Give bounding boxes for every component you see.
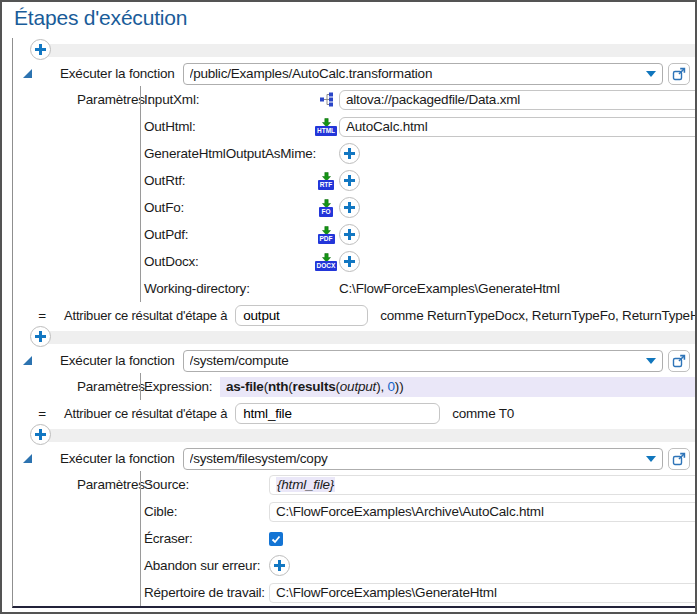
- add-value-button[interactable]: [339, 251, 360, 272]
- param-name: Cible:: [144, 504, 269, 519]
- xml-tree-icon: [313, 92, 339, 107]
- external-link-icon: [672, 452, 686, 466]
- param-row-expression: Expression: as-file(nth(results(output),…: [144, 373, 697, 400]
- param-row-working-directory: Working-directory: C:\FlowForceExamples\…: [144, 275, 697, 302]
- expression-token: results: [293, 379, 336, 394]
- rtf-file-icon: RTF: [313, 172, 339, 190]
- expression-token: as-file: [226, 379, 264, 394]
- step-3-header: Exécuter la fonction /system/filesystem/…: [13, 446, 697, 471]
- plus-icon: [35, 331, 46, 342]
- step-3-params-table: Source: {html_file} Cible: Écraser:: [140, 471, 697, 606]
- insert-band: [41, 44, 697, 57]
- expression-token: 0: [388, 379, 395, 394]
- steps-panel: Exécuter la fonction /public/Examples/Au…: [12, 38, 697, 608]
- insert-step-row: [13, 328, 697, 346]
- insert-step-row: [13, 426, 697, 444]
- step-1-params-table: InputXml: OutHtml:: [140, 86, 697, 302]
- plus-icon: [344, 229, 355, 240]
- param-name: Source:: [144, 477, 269, 492]
- file-type-badge: PDF: [318, 234, 335, 244]
- param-row-outhtml: OutHtml: HTML: [144, 113, 697, 140]
- assign-result-row: = Attribuer ce résultat d'étape à comme …: [13, 400, 697, 426]
- collapse-step-icon[interactable]: [23, 454, 32, 463]
- file-type-badge: FO: [319, 207, 332, 217]
- step-2-params: Paramètres : Expression: as-file(nth(res…: [77, 373, 697, 400]
- param-name: Écraser:: [144, 531, 269, 546]
- expression-field[interactable]: as-file(nth(results(output), 0)): [220, 377, 697, 397]
- param-name: OutHtml:: [144, 119, 313, 134]
- result-name-input[interactable]: [235, 305, 368, 326]
- step-1-params: Paramètres : InputXml:: [77, 86, 697, 302]
- execute-function-label: Exécuter la fonction: [60, 451, 175, 466]
- repertoire-input[interactable]: [269, 583, 697, 603]
- plus-icon: [35, 44, 46, 55]
- execution-steps-page: Étapes d'exécution Exécuter la fonction …: [0, 0, 697, 614]
- param-name: Abandon sur erreur:: [144, 558, 269, 573]
- param-row-cible: Cible:: [144, 498, 697, 525]
- open-function-button[interactable]: [668, 63, 690, 85]
- ecraser-checkbox[interactable]: [269, 532, 283, 546]
- add-value-button[interactable]: [339, 143, 360, 164]
- function-path: /public/Examples/AutoCalc.transformation: [190, 66, 642, 81]
- param-name: OutDocx:: [144, 254, 313, 269]
- pdf-file-icon: PDF: [313, 226, 339, 244]
- result-name-input[interactable]: [235, 403, 440, 424]
- source-field[interactable]: {html_file}: [269, 475, 697, 495]
- result-type-text: comme ReturnTypeDocx, ReturnTypeFo, Retu…: [380, 308, 697, 323]
- param-name: OutRtf:: [144, 173, 313, 188]
- insert-band: [41, 429, 697, 442]
- expression-token: nth: [268, 379, 288, 394]
- open-function-button[interactable]: [668, 448, 690, 470]
- param-row-outdocx: OutDocx: DOCX: [144, 248, 697, 275]
- step-2-params-table: Expression: as-file(nth(results(output),…: [140, 373, 697, 400]
- param-row-outfo: OutFo: FO: [144, 194, 697, 221]
- function-select[interactable]: /system/compute: [183, 350, 663, 372]
- docx-file-icon: DOCX: [313, 253, 339, 271]
- collapse-step-icon[interactable]: [23, 69, 32, 78]
- add-step-button[interactable]: [30, 39, 51, 60]
- file-type-badge: RTF: [318, 180, 335, 190]
- function-select[interactable]: /system/filesystem/copy: [183, 448, 663, 470]
- param-name: Expression:: [144, 379, 220, 394]
- param-row-repertoire-de-travail: Répertoire de travail:: [144, 579, 697, 606]
- execute-function-label: Exécuter la fonction: [60, 66, 175, 81]
- open-function-button[interactable]: [668, 350, 690, 372]
- page-title: Étapes d'exécution: [14, 6, 187, 30]
- expression-token: ),: [376, 379, 387, 394]
- add-value-button[interactable]: [339, 170, 360, 191]
- expression-token: )): [395, 379, 404, 394]
- params-label: Paramètres :: [77, 471, 140, 606]
- add-step-button[interactable]: [30, 326, 51, 347]
- param-row-outrtf: OutRtf: RTF: [144, 167, 697, 194]
- inputxml-input[interactable]: [339, 90, 697, 110]
- external-link-icon: [672, 354, 686, 368]
- params-label: Paramètres :: [77, 86, 140, 302]
- fo-file-icon: FO: [313, 199, 339, 217]
- file-type-badge: HTML: [315, 126, 337, 136]
- function-path: /system/filesystem/copy: [190, 451, 642, 466]
- cible-input[interactable]: [269, 502, 697, 522]
- insert-step-row: [13, 41, 697, 59]
- add-value-button[interactable]: [339, 224, 360, 245]
- function-select[interactable]: /public/Examples/AutoCalc.transformation: [183, 63, 663, 85]
- external-link-icon: [672, 67, 686, 81]
- dropdown-arrow-icon: [646, 358, 656, 364]
- param-row-outpdf: OutPdf: PDF: [144, 221, 697, 248]
- param-row-generatehtmloutputasmime: GenerateHtmlOutputAsMime:: [144, 140, 697, 167]
- add-value-button[interactable]: [269, 555, 290, 576]
- param-row-abandon-sur-erreur: Abandon sur erreur:: [144, 552, 697, 579]
- plus-icon: [344, 256, 355, 267]
- add-value-button[interactable]: [339, 197, 360, 218]
- assign-label: Attribuer ce résultat d'étape à: [64, 308, 227, 323]
- working-directory-value: C:\FlowForceExamples\GenerateHtml: [339, 281, 560, 296]
- param-name: Working-directory:: [144, 281, 313, 296]
- assign-result-row: = Attribuer ce résultat d'étape à comme …: [13, 302, 697, 328]
- assign-label: Attribuer ce résultat d'étape à: [64, 406, 227, 421]
- outhtml-input[interactable]: [339, 117, 697, 137]
- add-step-button[interactable]: [30, 424, 51, 445]
- param-name: Répertoire de travail:: [144, 585, 269, 600]
- param-name: OutFo:: [144, 200, 313, 215]
- collapse-step-icon[interactable]: [23, 356, 32, 365]
- step-1-header: Exécuter la fonction /public/Examples/Au…: [13, 61, 697, 86]
- param-row-source: Source: {html_file}: [144, 471, 697, 498]
